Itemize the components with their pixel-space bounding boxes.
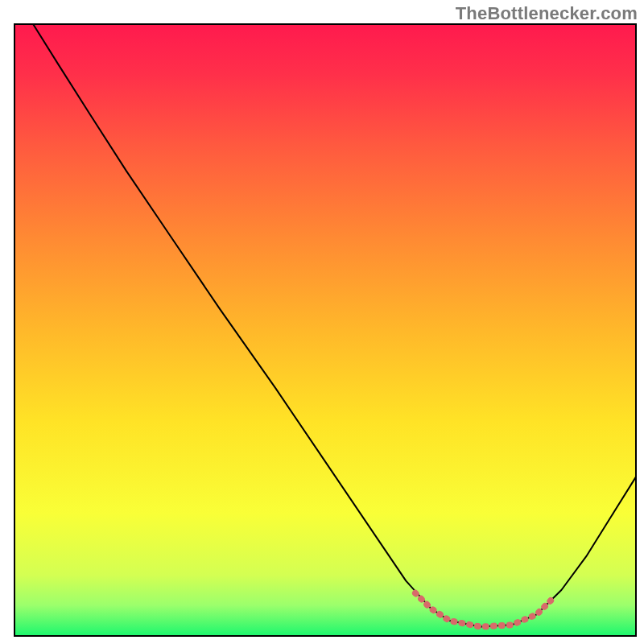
bottleneck-chart (0, 0, 644, 644)
attribution-label: TheBottlenecker.com (456, 3, 638, 24)
chart-container: TheBottlenecker.com (0, 0, 644, 644)
plot-background (14, 24, 636, 636)
